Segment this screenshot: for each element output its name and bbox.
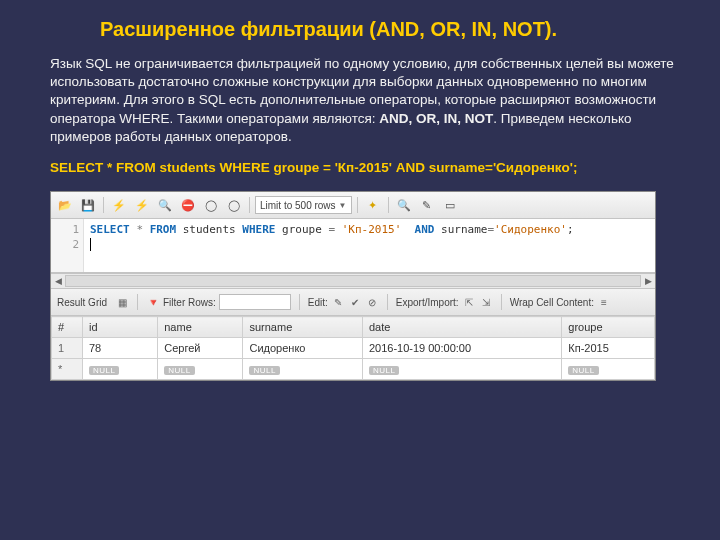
row-limit-label: Limit to 500 rows — [260, 200, 336, 211]
col-id[interactable]: id — [83, 317, 158, 338]
col-groupe[interactable]: groupe — [562, 317, 655, 338]
col-name[interactable]: name — [158, 317, 243, 338]
cell-date: 2016-10-19 00:00:00 — [362, 338, 561, 359]
apply-icon[interactable]: ✔ — [348, 295, 362, 309]
slide-title: Расширенное фильтрации (AND, OR, IN, NOT… — [100, 18, 692, 41]
col-surname[interactable]: surname — [243, 317, 362, 338]
cell-null: NULL — [362, 359, 561, 380]
cell-null: NULL — [562, 359, 655, 380]
col-date[interactable]: date — [362, 317, 561, 338]
scroll-right-icon[interactable]: ▶ — [641, 276, 655, 286]
row-limit-dropdown[interactable]: Limit to 500 rows ▼ — [255, 196, 352, 214]
execute-step-icon[interactable]: ⚡ — [132, 195, 152, 215]
wrap-label: Wrap Cell Content: — [510, 297, 594, 308]
execute-icon[interactable]: ⚡ — [109, 195, 129, 215]
line-gutter: 1 2 — [51, 219, 84, 272]
rollback-icon[interactable]: ◯ — [224, 195, 244, 215]
filter-icon: 🔻 — [146, 295, 160, 309]
editor-toolbar: 📂 💾 ⚡ ⚡ 🔍 ⛔ ◯ ◯ Limit to 500 rows ▼ ✦ 🔍 … — [51, 192, 655, 219]
filter-rows-input[interactable] — [219, 294, 291, 310]
filter-rows-label: Filter Rows: — [163, 297, 216, 308]
line-number: 2 — [51, 237, 79, 252]
import-icon[interactable]: ⇲ — [479, 295, 493, 309]
edit-label: Edit: — [308, 297, 328, 308]
cell-groupe: Кп-2015 — [562, 338, 655, 359]
chevron-down-icon: ▼ — [339, 201, 347, 210]
table-header-row: # id name surname date groupe — [52, 317, 655, 338]
save-icon[interactable]: 💾 — [78, 195, 98, 215]
result-grid-table: # id name surname date groupe 1 78 Серге… — [51, 316, 655, 380]
snippets-icon[interactable]: ▭ — [440, 195, 460, 215]
operators-list: AND, OR, IN, NOT — [379, 111, 493, 126]
cell-surname: Сидоренко — [243, 338, 362, 359]
sql-text: SELECT * FROM students WHERE groupe = 'К… — [84, 219, 655, 272]
revert-icon[interactable]: ⊘ — [365, 295, 379, 309]
scroll-track[interactable] — [65, 275, 641, 287]
scroll-left-icon[interactable]: ◀ — [51, 276, 65, 286]
explain-icon[interactable]: 🔍 — [155, 195, 175, 215]
grid-view-icon[interactable]: ▦ — [115, 295, 129, 309]
cell-rownum: 1 — [52, 338, 83, 359]
result-toolbar: Result Grid ▦ 🔻 Filter Rows: Edit: ✎ ✔ ⊘… — [51, 288, 655, 316]
cell-id: 78 — [83, 338, 158, 359]
cell-null: NULL — [243, 359, 362, 380]
edit-row-icon[interactable]: ✎ — [331, 295, 345, 309]
open-file-icon[interactable]: 📂 — [55, 195, 75, 215]
wrap-toggle-icon[interactable]: ≡ — [597, 295, 611, 309]
result-grid-label: Result Grid — [57, 297, 107, 308]
slide-paragraph: Язык SQL не ограничивается фильтрацией п… — [50, 55, 692, 146]
export-icon[interactable]: ⇱ — [462, 295, 476, 309]
editor-scrollbar[interactable]: ◀ ▶ — [51, 273, 655, 288]
cell-name: Сергей — [158, 338, 243, 359]
sql-editor[interactable]: 1 2 SELECT * FROM students WHERE groupe … — [51, 219, 655, 273]
table-row[interactable]: 1 78 Сергей Сидоренко 2016-10-19 00:00:0… — [52, 338, 655, 359]
stop-icon[interactable]: ⛔ — [178, 195, 198, 215]
beautify-icon[interactable]: ✦ — [363, 195, 383, 215]
cell-null: NULL — [83, 359, 158, 380]
example-query: SELECT * FROM students WHERE groupe = 'К… — [50, 160, 692, 175]
tools-icon[interactable]: ✎ — [417, 195, 437, 215]
search-icon[interactable]: 🔍 — [394, 195, 414, 215]
line-number: 1 — [51, 222, 79, 237]
table-row-new[interactable]: * NULL NULL NULL NULL NULL — [52, 359, 655, 380]
cell-newrow: * — [52, 359, 83, 380]
export-label: Export/Import: — [396, 297, 459, 308]
col-rownum[interactable]: # — [52, 317, 83, 338]
sql-client-screenshot: 📂 💾 ⚡ ⚡ 🔍 ⛔ ◯ ◯ Limit to 500 rows ▼ ✦ 🔍 … — [50, 191, 656, 381]
commit-icon[interactable]: ◯ — [201, 195, 221, 215]
cell-null: NULL — [158, 359, 243, 380]
